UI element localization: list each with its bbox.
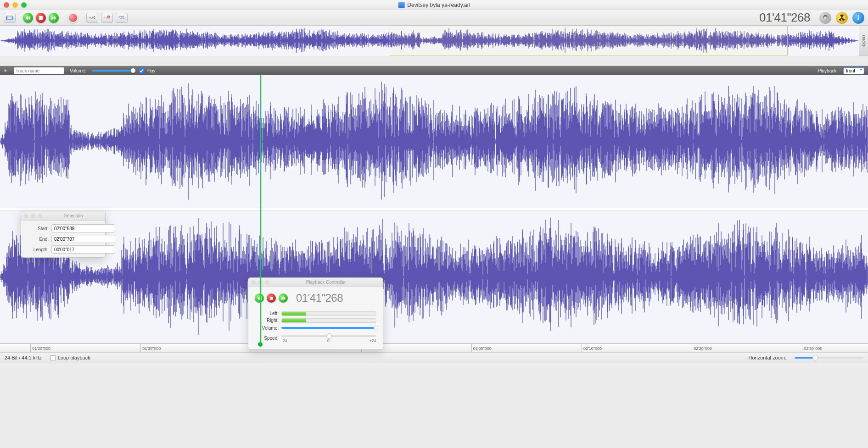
tracks-sidebar-tab[interactable]: Tracks bbox=[859, 26, 868, 55]
panel-speed-slider[interactable] bbox=[281, 335, 376, 337]
panel-stop-button[interactable] bbox=[267, 293, 276, 303]
track-expand-icon[interactable] bbox=[4, 68, 8, 73]
panel-zoom-icon[interactable] bbox=[265, 280, 269, 285]
ruler-tick: 02'20"000 bbox=[692, 344, 712, 352]
forward-button[interactable] bbox=[49, 13, 59, 23]
playback-panel-title: Playback Controller bbox=[272, 280, 380, 285]
svg-rect-0 bbox=[39, 16, 43, 20]
selection-start-input[interactable] bbox=[51, 224, 115, 232]
playback-select[interactable]: front bbox=[843, 67, 864, 74]
selection-end-label: End: bbox=[26, 237, 49, 242]
close-window-button[interactable] bbox=[4, 2, 9, 8]
left-level-meter bbox=[281, 311, 376, 316]
svg-point-4 bbox=[841, 17, 842, 18]
panel-speed-label: Speed: bbox=[255, 336, 279, 341]
horizontal-zoom-label: Horizontal zoom: bbox=[748, 355, 786, 360]
svg-point-2 bbox=[824, 17, 826, 18]
window-title-text: Devitsey byla ya-ready.aif bbox=[407, 2, 470, 8]
play-checkbox[interactable] bbox=[139, 68, 145, 73]
panel-volume-label: Volume: bbox=[255, 326, 279, 331]
overview-selection-box[interactable] bbox=[390, 26, 787, 55]
traffic-lights bbox=[4, 2, 27, 8]
selection-panel-title: Selection bbox=[45, 213, 102, 218]
selection-panel[interactable]: Selection Start: End: Length: bbox=[21, 211, 106, 258]
overview-strip: Tracks bbox=[0, 26, 868, 56]
selection-start-label: Start: bbox=[26, 226, 49, 231]
track-volume-slider[interactable] bbox=[92, 70, 133, 72]
speed-tick-marks: -24 0 +24 bbox=[281, 338, 376, 343]
main-waveform-area[interactable] bbox=[0, 75, 868, 343]
horizontal-zoom-slider[interactable] bbox=[795, 357, 863, 359]
selection-panel-header[interactable]: Selection bbox=[21, 211, 105, 221]
panel-close-icon[interactable] bbox=[24, 214, 28, 218]
ruler-tick: 02'30"000 bbox=[802, 344, 822, 352]
document-icon bbox=[398, 2, 404, 8]
channel-left[interactable] bbox=[0, 75, 868, 208]
channel-right[interactable] bbox=[0, 210, 868, 343]
play-checkbox-label: Play bbox=[146, 68, 155, 73]
audio-format-label: 24 Bit / 44.1 kHz bbox=[5, 355, 42, 360]
selection-length-label: Length: bbox=[26, 247, 49, 252]
playhead[interactable] bbox=[260, 75, 261, 343]
record-button[interactable] bbox=[68, 13, 78, 23]
playback-panel-header[interactable]: Playback Controller bbox=[248, 278, 383, 287]
play-checkbox-wrap[interactable]: Play bbox=[139, 68, 155, 74]
fit-to-window-button[interactable] bbox=[4, 13, 16, 23]
settings-button[interactable] bbox=[819, 12, 831, 24]
loop-checkbox-wrap[interactable]: Loop playback bbox=[50, 355, 90, 361]
minimize-window-button[interactable] bbox=[12, 2, 18, 8]
panel-volume-slider[interactable] bbox=[281, 327, 376, 329]
ruler-tick: 01'30"000 bbox=[140, 344, 161, 352]
playback-select-wrap[interactable]: front bbox=[843, 67, 864, 74]
stop-button[interactable] bbox=[36, 13, 46, 23]
panel-time-display: 01'41"268 bbox=[296, 292, 343, 304]
ruler-tick: 02'10"000 bbox=[582, 344, 602, 352]
panel-zoom-icon[interactable] bbox=[38, 214, 42, 218]
loop-playback-label: Loop playback bbox=[58, 355, 90, 360]
right-meter-label: Right: bbox=[255, 318, 279, 323]
right-level-meter bbox=[281, 318, 376, 323]
window-titlebar: Devitsey byla ya-ready.aif bbox=[0, 0, 868, 10]
time-display: 01'41"268 bbox=[759, 11, 810, 25]
overview-waveform[interactable] bbox=[0, 26, 859, 55]
ruler-tick: 01'20"000 bbox=[30, 344, 50, 352]
track-name-input[interactable] bbox=[14, 67, 64, 74]
process-button[interactable] bbox=[836, 12, 848, 24]
panel-close-icon[interactable] bbox=[251, 280, 256, 285]
status-bar: 24 Bit / 44.1 kHz Loop playback Horizont… bbox=[0, 353, 868, 363]
waveform-tool-2-button[interactable] bbox=[116, 13, 128, 23]
volume-label: Volume: bbox=[70, 68, 86, 73]
waveform-tool-button[interactable] bbox=[86, 13, 98, 23]
main-toolbar: 01'41"268 i bbox=[0, 10, 868, 26]
window-title: Devitsey byla ya-ready.aif bbox=[398, 2, 470, 8]
loop-playback-checkbox[interactable] bbox=[50, 355, 56, 360]
playback-label: Playback: bbox=[818, 68, 838, 73]
info-button[interactable]: i bbox=[852, 12, 864, 24]
panel-forward-button[interactable] bbox=[279, 293, 288, 303]
svg-rect-5 bbox=[270, 297, 273, 299]
time-ruler[interactable]: 01'20"00001'30"00001'40"00001'50"00002'0… bbox=[0, 343, 868, 353]
rewind-button[interactable] bbox=[23, 13, 33, 23]
track-header-bar: Volume: Play Playback: front bbox=[0, 66, 868, 75]
playback-controller-panel[interactable]: Playback Controller 01'41"268 Left: Righ… bbox=[248, 277, 383, 350]
panel-rewind-button[interactable] bbox=[255, 293, 264, 303]
disable-tool-button[interactable] bbox=[101, 13, 113, 23]
left-meter-label: Left: bbox=[255, 311, 279, 316]
selection-length-input[interactable] bbox=[51, 245, 115, 254]
selection-end-input[interactable] bbox=[51, 235, 115, 243]
panel-min-icon[interactable] bbox=[31, 214, 35, 218]
ruler-tick: 02'00"000 bbox=[471, 344, 492, 352]
zoom-window-button[interactable] bbox=[21, 2, 27, 8]
